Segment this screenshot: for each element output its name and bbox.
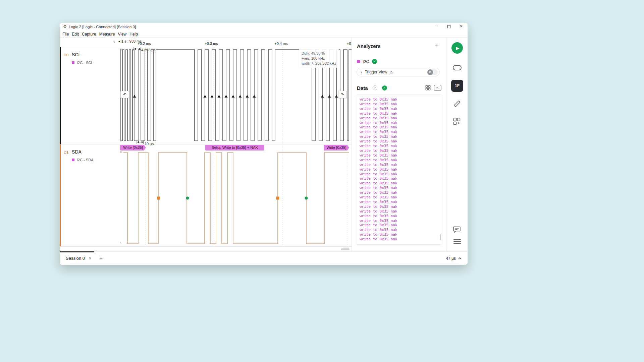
data-row[interactable]: write to 0x35 nak [360, 130, 442, 134]
channel-d1-label[interactable]: D1SDA I2C - SDA [64, 149, 94, 162]
data-row[interactable]: write to 0x35 nak [360, 237, 442, 242]
data-row[interactable]: write to 0x35 nak [360, 186, 442, 190]
menu-measure[interactable]: Measure [99, 32, 115, 37]
minimize-button[interactable]: – [431, 23, 441, 30]
data-row[interactable]: write to 0x35 nak [360, 107, 442, 111]
waveform-pane: ‹ ◂ 1 s : 933 ms +0.2 ms +0.3 ms +0.4 ms… [60, 38, 352, 251]
menu-icon [453, 241, 461, 242]
data-row[interactable]: write to 0x35 nak [360, 158, 442, 163]
add-session-button[interactable]: + [99, 255, 103, 262]
data-row[interactable]: write to 0x35 nak [360, 181, 442, 186]
data-list[interactable]: write to 0x35 nakwrite to 0x35 nakwrite … [356, 95, 442, 245]
menu-capture[interactable]: Capture [82, 32, 96, 37]
data-row[interactable]: write to 0x35 nak [360, 209, 442, 214]
channel-analyzer-label: I2C - SDA [77, 158, 94, 162]
data-row[interactable]: write to 0x35 nak [360, 204, 442, 209]
active-tab-indicator [60, 251, 94, 252]
extensions-icon [453, 117, 461, 125]
analyzer-status-check-icon: ✓ [372, 59, 377, 64]
data-header: Data ? ✓ >_ [357, 84, 441, 92]
add-analyzer-button[interactable]: + [435, 42, 439, 49]
divider [60, 246, 352, 247]
menubar: File Edit Capture Measure View Help [60, 31, 468, 38]
jump-next-edge-button[interactable]: ↷ [338, 91, 347, 98]
analyzer-color-swatch [72, 61, 74, 64]
channel-d1-color-strip [60, 144, 61, 246]
measurement-label-scl: 4.938 µs [141, 48, 155, 52]
right-icon-bar: ▶ 1F [446, 38, 468, 251]
data-row[interactable]: write to 0x35 nak [360, 163, 442, 167]
analyzer-item-i2c[interactable]: I2C ✓ [357, 58, 441, 65]
data-status-check-icon: ✓ [382, 85, 387, 90]
data-row[interactable]: write to 0x35 nak [360, 195, 442, 200]
play-icon: ▶ [456, 46, 460, 51]
data-row[interactable]: write to 0x35 nak [360, 139, 442, 144]
tooltip-duty: Duty: 49.38 % [302, 51, 336, 56]
close-button[interactable]: × [456, 23, 466, 30]
analyzers-panel: Analyzers + I2C ✓ › Trigger View ⚠ ✕ Dat… [352, 38, 446, 251]
measurement-tooltip: Duty: 49.38 % Freq: 100 kHz width⁻¹: 202… [299, 49, 339, 68]
measurement-label-sda: 10 µs [145, 142, 154, 146]
timeline-tick: +0.4 ms [274, 42, 287, 46]
channel-name: SDA [72, 149, 82, 155]
timeline-marker-icon: ◂ [118, 40, 120, 43]
data-row[interactable]: write to 0x35 nak [360, 219, 442, 223]
data-row[interactable]: write to 0x35 nak [360, 148, 442, 153]
data-row[interactable]: write to 0x35 nak [360, 111, 442, 116]
channel-d0-color-strip [60, 47, 61, 144]
data-row[interactable]: write to 0x35 nak [360, 167, 442, 172]
data-row[interactable]: write to 0x35 nak [360, 102, 442, 107]
table-view-icon[interactable] [425, 85, 431, 90]
horizontal-scrollbar-thumb[interactable] [341, 248, 350, 250]
data-row[interactable]: write to 0x35 nak [360, 232, 442, 237]
timeline-tick: +0. [347, 42, 352, 46]
jump-prev-edge-button[interactable]: ↶ [120, 91, 129, 98]
maximize-button[interactable] [444, 23, 454, 30]
timeline-tick: +0.3 ms [205, 42, 218, 46]
measurements-button[interactable] [453, 99, 462, 109]
data-row[interactable]: write to 0x35 nak [360, 144, 442, 148]
session-tab-close-icon[interactable]: × [89, 256, 91, 261]
data-row[interactable]: write to 0x35 nak [360, 125, 442, 130]
data-row[interactable]: write to 0x35 nak [360, 228, 442, 232]
data-row[interactable]: write to 0x35 nak [360, 176, 442, 181]
i2c-annotation-write: Write [0x35] [324, 145, 349, 150]
menu-file[interactable]: File [62, 32, 69, 37]
session-tab[interactable]: Session 0 [66, 256, 85, 261]
extensions-button[interactable] [453, 117, 461, 127]
chat-icon [453, 226, 461, 233]
main-menu-button[interactable] [453, 239, 461, 244]
data-row[interactable]: write to 0x35 nak [360, 121, 442, 125]
analyzer-label: I2C [363, 59, 369, 64]
trigger-view-toggle[interactable]: ✕ [427, 69, 438, 75]
data-row[interactable]: write to 0x35 nak [360, 116, 442, 121]
trigger-view-row[interactable]: › Trigger View ⚠ ✕ [357, 68, 440, 76]
data-scrollbar-thumb[interactable] [440, 234, 441, 240]
device-button[interactable] [453, 65, 462, 70]
data-row[interactable]: write to 0x35 nak [360, 214, 442, 219]
app-gear-icon: ⚙ [63, 24, 67, 29]
help-icon[interactable]: ? [373, 85, 377, 90]
analyzers-title: Analyzers [357, 43, 381, 49]
data-row[interactable]: write to 0x35 nak [360, 134, 442, 139]
data-row[interactable]: write to 0x35 nak [360, 153, 442, 158]
duration-selector[interactable]: 47 µs [446, 256, 462, 261]
data-row[interactable]: write to 0x35 nak [360, 190, 442, 195]
data-row[interactable]: write to 0x35 nak [360, 223, 442, 228]
menu-edit[interactable]: Edit [72, 32, 79, 37]
terminal-view-icon[interactable]: >_ [434, 85, 441, 91]
pan-left-icon[interactable]: ‹ [113, 39, 115, 44]
menu-view[interactable]: View [118, 32, 126, 37]
data-row[interactable]: write to 0x35 nak [360, 200, 442, 204]
data-row[interactable]: write to 0x35 nak [360, 97, 442, 102]
feedback-button[interactable] [453, 226, 461, 235]
toggle-off-icon: ✕ [427, 69, 433, 75]
data-title: Data [357, 85, 368, 91]
menu-help[interactable]: Help [129, 32, 138, 37]
run-capture-button[interactable]: ▶ [451, 42, 463, 54]
capture-tab-1f[interactable]: 1F [451, 80, 463, 92]
data-row[interactable]: write to 0x35 nak [360, 172, 442, 177]
menu-icon [453, 239, 461, 240]
channel-d0-label[interactable]: D0SCL I2C - SCL [64, 52, 93, 65]
timeline: ‹ ◂ 1 s : 933 ms +0.2 ms +0.3 ms +0.4 ms… [60, 38, 352, 47]
